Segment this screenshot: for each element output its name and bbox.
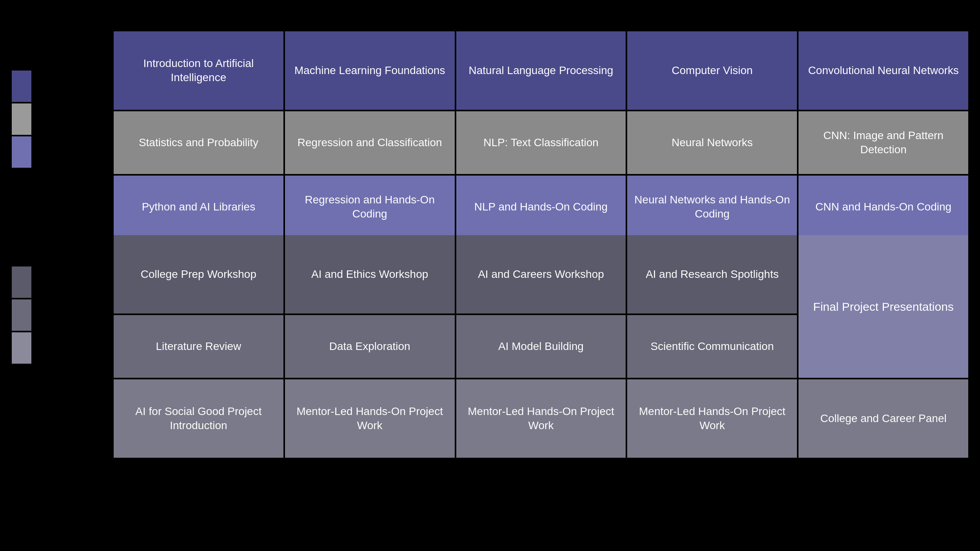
- legend-item-slate-mid: [12, 299, 31, 331]
- cell-nlp-coding: NLP and Hands-On Coding: [456, 176, 626, 238]
- cell-stats-prob: Statistics and Probability: [114, 111, 283, 174]
- legend-item-slate-light: [12, 332, 31, 364]
- cell-nlp-text: NLP: Text Classification: [456, 111, 626, 174]
- cell-college-prep: College Prep Workshop: [114, 235, 283, 314]
- cell-intro-ai: Introduction to Artificial Intelligence: [114, 31, 283, 110]
- cell-nn-coding: Neural Networks and Hands-On Coding: [627, 176, 797, 238]
- cell-college-career-panel: College and Career Panel: [799, 379, 968, 458]
- section1-grid: Introduction to Artificial Intelligence …: [114, 31, 968, 238]
- cell-ai-social-good: AI for Social Good Project Introduction: [114, 379, 283, 458]
- cell-cnn-image: CNN: Image and Pattern Detection: [799, 111, 968, 174]
- cell-regression-class: Regression and Classification: [285, 111, 455, 174]
- cell-cnn-coding: CNN and Hands-On Coding: [799, 176, 968, 238]
- cell-literature-review: Literature Review: [114, 315, 283, 378]
- cell-scientific-comm: Scientific Communication: [627, 315, 797, 378]
- cell-cnn: Convolutional Neural Networks: [799, 31, 968, 110]
- cell-nlp: Natural Language Processing: [456, 31, 626, 110]
- cell-python-ai: Python and AI Libraries: [114, 176, 283, 238]
- cell-mentor-project-3: Mentor-Led Hands-On Project Work: [627, 379, 797, 458]
- cell-neural-networks: Neural Networks: [627, 111, 797, 174]
- cell-ai-ethics: AI and Ethics Workshop: [285, 235, 455, 314]
- legend-item-slate-dark: [12, 266, 31, 298]
- legend-section2: [12, 266, 31, 364]
- cell-final-presentations: Final Project Presentations: [799, 235, 968, 378]
- cell-mentor-project-2: Mentor-Led Hands-On Project Work: [456, 379, 626, 458]
- cell-ai-model-building: AI Model Building: [456, 315, 626, 378]
- legend-item-mid-blue: [12, 136, 31, 168]
- legend-section1: [12, 71, 31, 168]
- cell-regression-coding: Regression and Hands-On Coding: [285, 176, 455, 238]
- cell-computer-vision: Computer Vision: [627, 31, 797, 110]
- legend-item-gray: [12, 103, 31, 135]
- cell-mentor-project-1: Mentor-Led Hands-On Project Work: [285, 379, 455, 458]
- cell-ml-foundations: Machine Learning Foundations: [285, 31, 455, 110]
- cell-data-exploration: Data Exploration: [285, 315, 455, 378]
- cell-ai-research: AI and Research Spotlights: [627, 235, 797, 314]
- cell-ai-careers: AI and Careers Workshop: [456, 235, 626, 314]
- section2-grid: College Prep Workshop AI and Ethics Work…: [114, 235, 968, 458]
- legend-item-dark-blue: [12, 71, 31, 102]
